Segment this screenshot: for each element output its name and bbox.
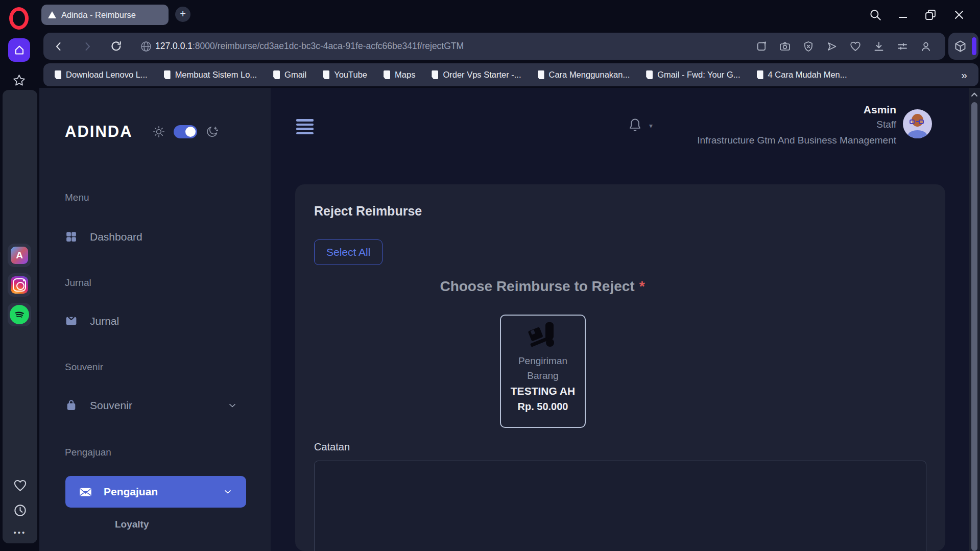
sidebar-subitem-loyalty[interactable]: Loyalty (115, 519, 149, 530)
minimize-icon (898, 8, 908, 21)
nav-section-jurnal: Jurnal (65, 277, 91, 289)
snapshot-camera-icon[interactable] (779, 40, 791, 53)
adinda-favicon-icon (48, 11, 56, 18)
light-mode-sun-icon (152, 125, 165, 138)
flow-send-icon[interactable] (826, 40, 838, 53)
grid-icon (65, 230, 78, 243)
extensions-cube-icon[interactable] (953, 39, 967, 53)
reimburse-card[interactable]: Pengiriman Barang TESTING AH Rp. 50.000 (500, 315, 586, 428)
browser-tab[interactable]: Adinda - Reimburse (41, 5, 169, 25)
sidebar-item-souvenir[interactable]: Souvenir (65, 399, 237, 412)
search-icon (869, 8, 882, 21)
reimburse-name: TESTING AH (511, 383, 575, 399)
page-icon (164, 70, 171, 79)
aria-app-button[interactable]: A (8, 244, 31, 267)
forward-button[interactable] (81, 40, 93, 53)
reimburse-category: Pengiriman Barang (510, 353, 576, 383)
select-all-button[interactable]: Select All (314, 239, 383, 265)
adinda-logo: ADINDA (65, 123, 133, 141)
minimize-button[interactable] (898, 0, 908, 29)
history-clock-icon[interactable] (13, 504, 27, 517)
page-icon (273, 70, 280, 79)
nav-section-pengajuan: Pengajuan (65, 447, 111, 458)
sidebar-panel-toggle (948, 33, 978, 60)
address-bar-actions (756, 40, 936, 53)
catatan-textarea[interactable] (314, 461, 926, 551)
notifications-bell-button[interactable] (628, 117, 642, 133)
bookmark-item[interactable]: YouTube (323, 70, 367, 80)
favorites-heart-icon[interactable] (13, 479, 27, 492)
profile-person-icon[interactable] (920, 40, 932, 53)
scroll-up-arrow-icon[interactable] (971, 92, 978, 97)
bookmark-heart-icon[interactable] (849, 40, 862, 52)
scrollbar-thumb[interactable] (971, 102, 977, 551)
download-icon[interactable] (873, 40, 885, 53)
url-text[interactable]: 127.0.0.1:8000/reimburse/cd3ae1dc-bc3c-4… (155, 41, 464, 52)
opera-logo-icon[interactable] (9, 7, 29, 30)
opera-sidebar-rail: A ••• (0, 0, 39, 551)
instagram-app-button[interactable] (8, 273, 31, 297)
reject-reimburse-panel: Reject Reimburse Select All Choose Reimb… (295, 184, 945, 551)
bag-icon (65, 399, 78, 412)
app-sidebar: ADINDA Menu Dashboard Jurnal Jurnal Souv… (39, 88, 271, 551)
back-button[interactable] (53, 40, 65, 53)
bell-icon (628, 117, 642, 133)
page-scrollbar[interactable] (969, 88, 980, 551)
page-title: Reject Reimburse (314, 204, 422, 219)
theme-toggle[interactable] (174, 125, 197, 138)
avatar-glasses-bridge (916, 121, 919, 122)
bookmark-item[interactable]: 4 Cara Mudah Men... (757, 70, 847, 80)
bookmarks-bar: Download Lenovo L... Membuat Sistem Lo..… (43, 63, 978, 86)
home-button[interactable] (8, 38, 30, 62)
bookmark-item[interactable]: Order Vps Starter -... (432, 70, 521, 80)
reimburse-amount: Rp. 50.000 (518, 399, 568, 414)
close-icon (953, 9, 965, 21)
instagram-icon (11, 276, 28, 294)
bookmark-item[interactable]: Cara Menggunakan... (538, 70, 630, 80)
close-button[interactable] (953, 0, 965, 29)
sidebar-item-jurnal[interactable]: Jurnal (65, 315, 237, 327)
required-asterisk: * (639, 278, 645, 294)
page-icon (538, 70, 544, 79)
sidebar-item-pengajuan-active[interactable]: Pengajuan (65, 476, 246, 508)
notifications-caret-icon[interactable]: ▾ (649, 122, 653, 130)
chevron-down-icon (227, 400, 237, 411)
pinboards-icon[interactable] (756, 40, 768, 52)
mail-heart-icon (79, 485, 92, 499)
panel-indicator[interactable] (972, 37, 976, 55)
bookmark-item[interactable]: Gmail - Fwd: Your G... (646, 70, 740, 80)
site-globe-icon[interactable] (140, 40, 152, 53)
opera-window: A ••• (0, 0, 980, 551)
easy-setup-sliders-icon[interactable] (896, 40, 909, 53)
hamburger-menu-button[interactable] (296, 119, 314, 136)
bookmark-item[interactable]: Membuat Sistem Lo... (164, 70, 257, 80)
sidebar-item-dashboard[interactable]: Dashboard (65, 230, 237, 243)
maximize-button[interactable] (924, 0, 937, 29)
dark-mode-moon-icon (205, 125, 219, 139)
opera-sidebar-panel: A ••• (3, 90, 37, 543)
home-icon (13, 44, 26, 56)
avatar-glasses (910, 119, 915, 124)
chrome-search-button[interactable] (869, 0, 882, 29)
choose-reimburse-heading: Choose Reimburse to Reject* (295, 278, 790, 295)
more-options-ellipsis[interactable]: ••• (3, 528, 37, 537)
user-department: Infrastructure Gtm And Business Manageme… (697, 132, 896, 148)
spotify-app-button[interactable] (8, 303, 31, 326)
inbox-icon (65, 315, 78, 327)
address-bar[interactable]: 127.0.0.1:8000/reimburse/cd3ae1dc-bc3c-4… (43, 33, 945, 60)
bookmark-item[interactable]: Gmail (273, 70, 306, 80)
tracker-shield-icon[interactable] (802, 40, 815, 53)
avatar[interactable] (903, 109, 932, 138)
bookmark-item[interactable]: Maps (384, 70, 415, 80)
reload-button[interactable] (110, 40, 123, 53)
new-tab-button[interactable]: + (175, 7, 190, 22)
bookmarks-star-icon[interactable] (12, 74, 26, 87)
bookmarks-overflow-chevron[interactable]: » (961, 69, 967, 81)
spotify-icon (10, 305, 29, 324)
page-icon (323, 70, 329, 79)
user-info[interactable]: Asmin Staff Infrastructure Gtm And Busin… (697, 102, 896, 148)
tab-title: Adinda - Reimburse (61, 10, 136, 20)
page-icon (55, 70, 61, 79)
bookmark-item[interactable]: Download Lenovo L... (55, 70, 148, 80)
page-icon (384, 70, 390, 79)
